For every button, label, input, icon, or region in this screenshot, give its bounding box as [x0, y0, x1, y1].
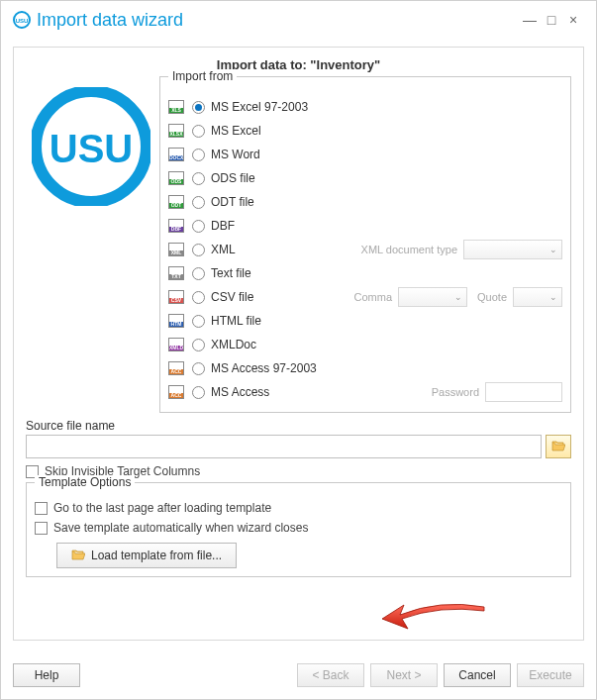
minimize-button[interactable]: — [519, 9, 541, 31]
format-radio[interactable] [192, 196, 205, 209]
comma-label: Comma [354, 291, 393, 303]
file-type-icon: ODS [168, 171, 184, 185]
xml-doc-type-label: XML document type [361, 244, 457, 255]
chevron-down-icon: ⌄ [549, 292, 557, 302]
file-type-icon: CSV [168, 290, 184, 304]
folder-open-icon [71, 549, 85, 563]
file-type-icon: ACC [168, 385, 184, 399]
format-row: XMLXMLXML document type⌄ [168, 238, 562, 261]
file-type-icon: ACC [168, 361, 184, 375]
svg-text:USU: USU [50, 127, 133, 170]
format-row: ODSODS file [168, 166, 562, 190]
go-last-page-label: Go to the last page after loading templa… [53, 501, 271, 515]
password-label: Password [432, 386, 479, 398]
format-radio[interactable] [192, 149, 205, 161]
format-radio[interactable] [192, 101, 205, 114]
format-radio[interactable] [192, 362, 205, 375]
format-label: HTML file [211, 314, 261, 328]
template-options-fieldset: Template Options Go to the last page aft… [26, 482, 571, 577]
format-label: XML [211, 243, 236, 256]
panel-title: Import data to: "Inventory" [26, 57, 571, 72]
execute-button[interactable]: Execute [517, 663, 584, 687]
next-button[interactable]: Next > [370, 663, 438, 687]
format-label: MS Excel 97-2003 [211, 100, 308, 114]
format-row: HTMHTML file [168, 309, 562, 333]
content-area: Import data to: "Inventory" USU Import f… [1, 39, 596, 653]
comma-select[interactable]: ⌄ [398, 287, 467, 307]
format-label: DBF [211, 219, 235, 233]
format-label: MS Word [211, 148, 260, 161]
source-file-label: Source file name [26, 419, 571, 433]
footer: Help < Back Next > Cancel Execute [1, 653, 596, 699]
format-row: ACCMS AccessPassword [168, 380, 562, 404]
format-radio[interactable] [192, 267, 205, 280]
format-label: CSV file [211, 290, 253, 304]
svg-text:USU: USU [16, 18, 29, 24]
source-file-input[interactable] [26, 435, 542, 458]
format-row: XLSMS Excel 97-2003 [168, 95, 562, 119]
file-type-icon: DOCX [168, 148, 184, 161]
format-radio[interactable] [192, 315, 205, 328]
auto-save-label: Save template automatically when wizard … [53, 521, 308, 535]
format-label: MS Excel [211, 124, 261, 138]
help-button[interactable]: Help [13, 663, 80, 687]
import-from-fieldset: Import from XLSMS Excel 97-2003XLSXMS Ex… [159, 76, 571, 413]
format-label: ODS file [211, 171, 255, 185]
file-type-icon: XML [168, 243, 184, 256]
format-label: MS Access [211, 385, 269, 399]
format-radio[interactable] [192, 339, 205, 351]
import-from-legend: Import from [168, 69, 237, 83]
chevron-down-icon: ⌄ [549, 245, 557, 254]
format-row: ODTODT file [168, 190, 562, 214]
titlebar: USU Import data wizard — □ × [1, 1, 596, 39]
main-panel: Import data to: "Inventory" USU Import f… [13, 47, 584, 641]
format-row: XMLDXMLDoc [168, 333, 562, 356]
format-radio[interactable] [192, 125, 205, 138]
format-row: TXTText file [168, 261, 562, 285]
format-radio[interactable] [192, 291, 205, 304]
file-type-icon: DBF [168, 219, 184, 233]
load-template-label: Load template from file... [91, 549, 222, 562]
wizard-window: USU Import data wizard — □ × Import data… [0, 0, 597, 700]
file-type-icon: XLS [168, 100, 184, 114]
file-type-icon: HTM [168, 314, 184, 328]
close-button[interactable]: × [562, 9, 584, 31]
format-radio[interactable] [192, 220, 205, 233]
format-row: DOCXMS Word [168, 143, 562, 166]
file-type-icon: TXT [168, 266, 184, 280]
format-radio[interactable] [192, 172, 205, 185]
password-input[interactable] [485, 382, 562, 402]
format-row: ACCMS Access 97-2003 [168, 356, 562, 380]
load-template-button[interactable]: Load template from file... [56, 543, 237, 568]
format-radio[interactable] [192, 386, 205, 399]
file-type-icon: XMLD [168, 338, 184, 351]
app-logo-icon: USU [13, 11, 31, 29]
format-row: CSVCSV fileComma⌄Quote⌄ [168, 285, 562, 309]
format-row: DBFDBF [168, 214, 562, 238]
xml-doc-type-select[interactable]: ⌄ [463, 240, 562, 259]
source-file-row [26, 435, 571, 458]
file-type-icon: ODT [168, 195, 184, 209]
folder-open-icon [551, 440, 565, 454]
format-row: XLSXMS Excel [168, 119, 562, 143]
window-title: Import data wizard [37, 10, 183, 31]
template-options-legend: Template Options [35, 475, 135, 489]
format-label: ODT file [211, 195, 254, 209]
back-button[interactable]: < Back [297, 663, 364, 687]
format-radio[interactable] [192, 244, 205, 256]
auto-save-checkbox[interactable] [35, 522, 48, 535]
go-last-page-checkbox[interactable] [35, 502, 48, 515]
format-label: MS Access 97-2003 [211, 361, 317, 375]
format-label: Text file [211, 266, 251, 280]
brand-logo: USU [32, 87, 150, 206]
chevron-down-icon: ⌄ [454, 292, 462, 302]
quote-select[interactable]: ⌄ [513, 287, 562, 307]
browse-button[interactable] [546, 435, 571, 458]
maximize-button[interactable]: □ [541, 9, 562, 31]
callout-arrow-icon [380, 597, 489, 637]
format-label: XMLDoc [211, 338, 256, 351]
file-type-icon: XLSX [168, 124, 184, 138]
quote-label: Quote [477, 291, 507, 303]
cancel-button[interactable]: Cancel [444, 663, 511, 687]
